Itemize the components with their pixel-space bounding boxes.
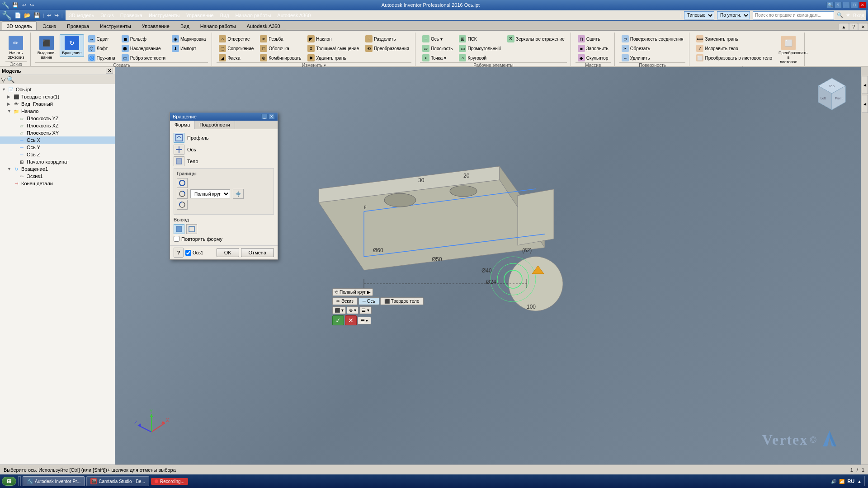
canvas-area[interactable]: 30 20 Ø60 Ø50 Ø40 Ø24 (62) 100 8 (115, 67, 868, 465)
btn-thickness[interactable]: ⇕ Толщина/ смещение (305, 44, 361, 53)
menu-proverka[interactable]: Проверка (118, 13, 144, 18)
tree-item-эскиз1[interactable]: ✏ Эскиз1 (0, 173, 115, 180)
mini-ok-checkmark[interactable]: ✓ (332, 315, 344, 325)
tab-instruments[interactable]: Инструменты (95, 21, 136, 30)
tree-item-вид[interactable]: ▶ 👁 Вид: Главный (0, 100, 115, 108)
mini-tab-твердое[interactable]: ⬛ Твердое тело (380, 297, 424, 305)
taskbar-camtasia[interactable]: 🎬 Camtasia Studio - Be... (86, 476, 149, 486)
btn-relief[interactable]: ◼ Рельеф (119, 34, 168, 43)
btn-surface-join[interactable]: ⊃ Поверхность соединения (619, 34, 686, 43)
mini-options-btn[interactable]: ☰ ▾ (358, 317, 371, 324)
dialog-cancel-btn[interactable]: Отмена (241, 248, 274, 257)
tree-item-начало[interactable]: ▼ 📁 Начало (0, 108, 115, 115)
tab-vid[interactable]: Вид (175, 21, 194, 30)
btn-spring[interactable]: 🌀 Пружина (86, 53, 118, 62)
dialog-profile-icon-btn[interactable] (174, 133, 184, 143)
btn-axis[interactable]: ╌ Ось ▾ (420, 34, 455, 43)
tree-item-начало-коорд[interactable]: ⊞ Начало координат (0, 158, 115, 165)
app-menu-icon[interactable]: 🔧 (2, 10, 12, 20)
tree-item-ось-X[interactable]: ─ Ось X (0, 136, 115, 144)
mini-type-dropdown-btn[interactable]: ⟲ Полный круг ▶ (332, 288, 373, 296)
dialog-symmetric-btn[interactable] (233, 189, 244, 199)
tree-item-плоскость-XZ[interactable]: ▱ Плоскость XZ (0, 122, 115, 129)
mini-cancel-x[interactable]: ✕ (345, 315, 357, 325)
menu-vid[interactable]: Вид (218, 13, 231, 18)
qa-undo[interactable]: ↩ (47, 12, 52, 19)
btn-chamfer[interactable]: ◢ Фаска (217, 53, 256, 62)
tree-item-плоскость-YZ[interactable]: ▱ Плоскость YZ (0, 115, 115, 122)
right-collapse-btn2[interactable]: ◀ (862, 95, 868, 113)
tab-proverka[interactable]: Проверка (62, 21, 94, 30)
btn-slope[interactable]: ◤ Наклон (305, 34, 361, 43)
dialog-limit-btn1[interactable] (177, 178, 188, 188)
tab-a360[interactable]: Autodesk A360 (242, 21, 285, 30)
tree-item-ось-Y[interactable]: ─ Ось Y (0, 144, 115, 151)
window-controls[interactable]: 🔍 ? _ □ ✕ (826, 2, 866, 8)
menu-eskiz[interactable]: Эскиз (99, 13, 115, 18)
menu-instruments[interactable]: Инструменты (147, 13, 182, 18)
tree-item-конец[interactable]: ⊣ Конец детали (0, 180, 115, 187)
help-btn[interactable]: ? (835, 2, 842, 8)
minimize-btn[interactable]: _ (843, 2, 850, 8)
login-btn[interactable]: Вход (853, 13, 864, 18)
btn-transform[interactable]: ⟲ Преобразования (363, 44, 411, 53)
menu-upravlenie[interactable]: Управление (184, 13, 216, 18)
start-button[interactable]: ⊞ (2, 477, 16, 486)
tree-item-ось-Z[interactable]: ─ Ось Z (0, 151, 115, 158)
sidebar-close-btn[interactable]: ✕ (106, 68, 113, 74)
taskbar-inventor[interactable]: 🔧 Autodesk Inventor Pr... (23, 476, 85, 486)
btn-sculptor[interactable]: ◆ Скульптор (576, 53, 611, 62)
viewcube[interactable]: Top Left Front (814, 76, 850, 112)
dialog-tab-details[interactable]: Подробности (195, 121, 235, 129)
type-dropdown[interactable]: Типовые (684, 11, 714, 19)
dialog-limit-btn2[interactable] (177, 189, 188, 199)
menu-3d[interactable]: 3D-модель (67, 13, 96, 18)
mini-output-btn2[interactable]: ⊕ ▾ (347, 306, 359, 314)
btn-import[interactable]: ⬇ Импорт (170, 44, 208, 53)
btn-fill[interactable]: ■ Заполнить (576, 44, 611, 53)
menu-nachalo[interactable]: Начало работы (234, 13, 273, 18)
bookmark-icon[interactable]: ★ (846, 12, 850, 18)
mini-output-btn1[interactable]: ⬛ ▾ (332, 306, 346, 314)
btn-hole[interactable]: ○ Отверстие (217, 34, 256, 43)
search-input[interactable] (753, 11, 834, 19)
dialog-help-btn[interactable]: ? (174, 248, 184, 258)
sidebar-filter-icon[interactable]: ▽ (1, 76, 6, 83)
quick-access-undo[interactable]: ↩ (21, 2, 27, 8)
dialog-minimize-btn[interactable]: _ (261, 114, 268, 119)
btn-loft[interactable]: ⬡ Лофт (86, 44, 118, 53)
btn-stitch[interactable]: ⊓ Сшить (576, 34, 611, 43)
mini-more-btn[interactable]: ☰ ▾ (359, 306, 372, 314)
btn-psk[interactable]: ⊞ ПСК (457, 34, 503, 43)
taskbar-show-desktop-right[interactable] (864, 476, 866, 486)
maximize-btn[interactable]: □ (851, 2, 858, 8)
tab-upravlenie[interactable]: Управление (137, 21, 175, 30)
btn-fillet[interactable]: ◌ Сопряжение (217, 44, 256, 53)
btn-fix-body[interactable]: ✓ Исправить тело (694, 44, 774, 53)
quick-access-save[interactable]: 💾 (11, 2, 19, 8)
btn-extend[interactable]: ↔ Удлинить (619, 53, 686, 62)
dialog-ok-btn[interactable]: OK (217, 248, 239, 257)
btn-to-sheet[interactable]: ⬜ Преобразовать в листовое тело (694, 53, 774, 62)
btn-split[interactable]: ÷ Разделить (363, 34, 411, 43)
taskbar-network-icon[interactable]: 📶 (839, 479, 844, 484)
btn-shift[interactable]: → Сдвиг (86, 34, 118, 43)
ribbon-help-btn[interactable]: ? (849, 23, 858, 30)
btn-trim[interactable]: ✂ Обрезать (619, 44, 686, 53)
taskbar-show-desktop[interactable] (18, 476, 21, 486)
tab-3d-model[interactable]: 3D-модель (2, 21, 37, 30)
btn-extrude[interactable]: ⬛ Выдавли-вание (35, 34, 58, 61)
dialog-tab-forma[interactable]: Форма (170, 121, 195, 129)
close-btn[interactable]: ✕ (859, 2, 866, 8)
btn-shell[interactable]: □ Оболочка (258, 44, 303, 53)
btn-thread[interactable]: ≈ Резьба (258, 34, 303, 43)
btn-start-3d-sketch[interactable]: ✏ Начать3D-эскиз (5, 34, 27, 61)
dialog-output-surface-btn[interactable] (186, 224, 197, 234)
tree-item-твердые[interactable]: ▶ ⬛ Твердые тела(1) (0, 93, 115, 100)
tab-eskiz[interactable]: Эскиз (38, 21, 61, 30)
btn-delete-face[interactable]: ✖ Удалить грань (305, 53, 361, 62)
quick-access-redo[interactable]: ↪ (29, 2, 35, 8)
btn-convert-large[interactable]: ⬜ Преобразовать в листовое (776, 34, 801, 66)
mini-tab-ось[interactable]: ─ Ось (359, 297, 379, 305)
qa-open[interactable]: 📂 (24, 12, 31, 19)
